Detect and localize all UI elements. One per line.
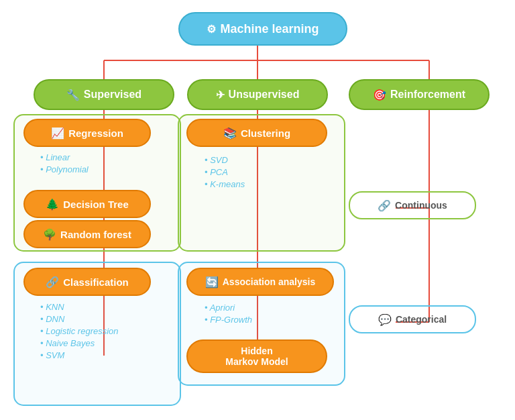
continuous-label: Continuous: [395, 200, 447, 211]
hidden-markov-node: Hidden Markov Model: [186, 339, 327, 373]
reinforcement-icon: 🎯: [373, 89, 386, 101]
decision-tree-label: Decision Tree: [63, 199, 129, 210]
categorical-node: 💬 Categorical: [349, 305, 476, 333]
reinforcement-node: 🎯 Reinforcement: [349, 79, 490, 110]
supervised-label: Supervised: [84, 89, 141, 101]
unsupervised-label: Unsupervised: [229, 89, 300, 101]
classification-bullets: KNN DNN Logistic regression Naive Bayes …: [40, 300, 119, 362]
ml-label: Machine learning: [220, 22, 319, 36]
ml-node: ⚙ Machine learning: [178, 12, 347, 46]
reinforcement-label: Reinforcement: [390, 89, 465, 101]
random-forest-icon: 🌳: [43, 228, 56, 241]
regression-node: 📈 Regression: [23, 119, 151, 147]
supervised-icon: 🔧: [66, 89, 80, 101]
regression-icon: 📈: [51, 127, 64, 140]
supervised-node: 🔧 Supervised: [34, 79, 174, 110]
regression-label: Regression: [68, 127, 123, 139]
association-bullets: Apriori FP-Growth: [205, 301, 252, 327]
regression-bullets: Linear Polynomial: [40, 150, 89, 176]
regression-bullet-1: Linear: [40, 152, 89, 162]
association-bullet-2: FP-Growth: [205, 315, 252, 325]
clustering-bullet-3: K-means: [205, 179, 245, 189]
classification-bullet-1: KNN: [40, 302, 119, 312]
association-bullet-1: Apriori: [205, 303, 252, 313]
continuous-node: 🔗 Continuous: [349, 191, 476, 219]
clustering-bullet-2: PCA: [205, 167, 245, 177]
random-forest-node: 🌳 Random forest: [23, 220, 151, 248]
classification-bullet-3: Logistic regression: [40, 326, 119, 336]
classification-node: 🔗 Classification: [23, 268, 151, 296]
regression-bullet-2: Polynomial: [40, 164, 89, 174]
unsupervised-icon: ✈: [216, 89, 225, 101]
unsupervised-node: ✈ Unsupervised: [187, 79, 328, 110]
ml-icon: ⚙: [207, 23, 216, 36]
categorical-icon: 💬: [378, 313, 392, 326]
random-forest-label: Random forest: [60, 229, 131, 240]
classification-label: Classification: [63, 276, 129, 288]
classification-bullet-5: SVM: [40, 350, 119, 360]
association-label: Association analysis: [223, 276, 316, 287]
classification-bullet-4: Naive Bayes: [40, 338, 119, 348]
association-icon: 🔄: [205, 276, 219, 288]
decision-tree-icon: 🌲: [46, 198, 59, 211]
association-node: 🔄 Association analysis: [186, 268, 334, 296]
categorical-label: Categorical: [396, 314, 447, 325]
classification-bullet-2: DNN: [40, 314, 119, 324]
continuous-icon: 🔗: [378, 199, 391, 212]
clustering-bullet-1: SVD: [205, 155, 245, 165]
diagram: ⚙ Machine learning 🔧 Supervised ✈ Unsupe…: [0, 0, 515, 420]
clustering-node: 📚 Clustering: [186, 119, 327, 147]
decision-tree-node: 🌲 Decision Tree: [23, 190, 151, 218]
clustering-label: Clustering: [241, 127, 290, 139]
clustering-icon: 📚: [223, 127, 237, 140]
classification-icon: 🔗: [46, 276, 59, 288]
clustering-bullets: SVD PCA K-means: [205, 153, 245, 191]
hidden-markov-label: Hidden Markov Model: [225, 346, 288, 367]
